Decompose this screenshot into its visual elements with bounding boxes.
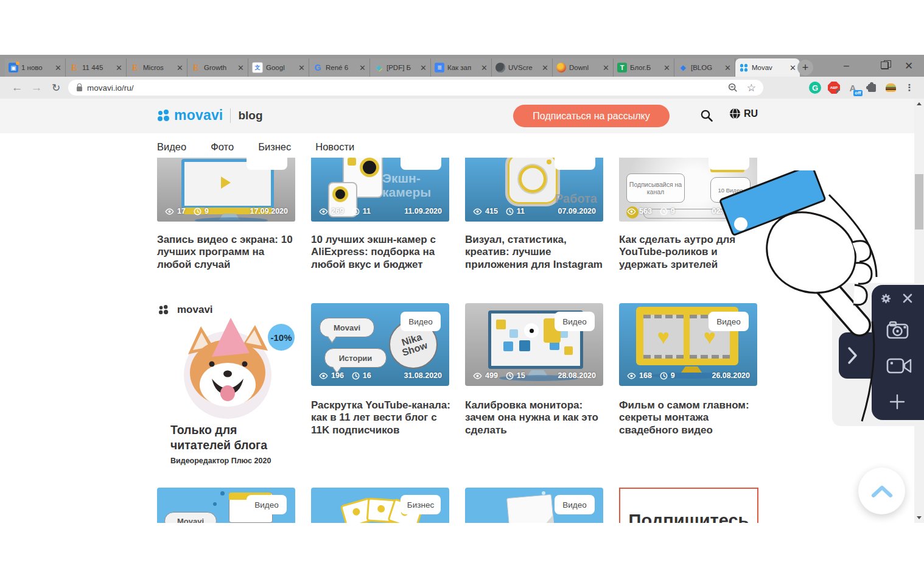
article-title[interactable]: Визуал, статистика, креатив: лучшие прил… [465, 234, 608, 271]
a-extension-icon[interactable]: off [847, 82, 859, 94]
tab-close-icon[interactable]: ✕ [116, 64, 122, 72]
reload-button[interactable]: ↻ [49, 82, 63, 94]
e-favicon [69, 63, 79, 72]
google-favicon [313, 63, 323, 72]
adblock-extension-icon[interactable]: 3 [828, 82, 840, 94]
article-thumbnail[interactable]: Movavi Видео [157, 488, 295, 523]
article-title[interactable]: Раскрутка YouTube-канала: как в 11 лет в… [311, 399, 454, 436]
article-thumbnail[interactable]: ♥ ♥ Видео 168 9 26.08.2020 [619, 303, 757, 386]
tab-close-icon[interactable]: ✕ [789, 64, 796, 72]
tab-close-icon[interactable]: ✕ [420, 64, 427, 72]
category-badge [247, 158, 287, 170]
scrollbar-up-arrow[interactable] [917, 102, 922, 105]
blue-diamond-favicon [678, 63, 688, 72]
tab-close-icon[interactable]: ✕ [177, 64, 183, 72]
newsletter-card[interactable]: Подпишитесь [619, 488, 758, 523]
tab-close-icon[interactable]: ✕ [663, 64, 670, 72]
browser-tab[interactable]: [BLOG✕ [674, 58, 735, 77]
language-switcher[interactable]: RU [729, 108, 758, 119]
browser-tab[interactable]: 11 445✕ [66, 58, 127, 77]
article-stats: 269 11 11.09.2020 [319, 207, 442, 215]
tab-close-icon[interactable]: ✕ [237, 64, 244, 72]
newsletter-title: Подпишитесь [629, 511, 749, 523]
tab-close-icon[interactable]: ✕ [724, 64, 731, 72]
browser-tab[interactable]: Growth✕ [187, 58, 248, 77]
article-date: 17.09.2020 [250, 207, 288, 215]
browser-tab-active[interactable]: Movav✕ [735, 58, 800, 77]
browser-tab[interactable]: Downl✕ [553, 58, 614, 77]
settings-gear-icon[interactable] [880, 293, 892, 304]
browser-tab[interactable]: René 6✕ [309, 58, 370, 77]
category-badge: Бизнес [401, 495, 441, 514]
nav-item-photo[interactable]: Фото [211, 141, 234, 153]
browser-tab[interactable]: UVScre✕ [492, 58, 553, 77]
article-title[interactable]: Как сделать аутро для YouTube-роликов и … [619, 234, 762, 271]
e-favicon [191, 63, 201, 72]
article-stats: 563 9 02.09.2020 [627, 207, 750, 215]
browser-tab[interactable]: Как зап✕ [431, 58, 492, 77]
puzzle-extension-icon[interactable] [866, 82, 878, 94]
add-plus-icon[interactable] [889, 393, 906, 410]
back-button[interactable]: ← [10, 81, 24, 94]
article-thumbnail[interactable]: Работа 415 11 07.09.2020 [465, 158, 603, 222]
tab-close-icon[interactable]: ✕ [55, 64, 61, 72]
burger-extension-icon[interactable] [884, 82, 897, 94]
bookmark-star-icon[interactable]: ☆ [747, 82, 756, 94]
new-tab-button[interactable]: + [797, 60, 813, 75]
article-thumbnail[interactable]: Бизнес [311, 488, 449, 523]
article-thumbnail[interactable]: ••• 17 9 17.09.2020 [157, 158, 295, 222]
globe-icon [729, 108, 741, 119]
article-thumbnail[interactable]: Экшн-камеры 269 11 11.09.2020 [311, 158, 449, 222]
browser-tab[interactable]: 1 ново✕ [5, 58, 66, 77]
article-thumbnail[interactable]: Movavi Истории Nika Show Видео 196 16 31… [311, 303, 449, 386]
article-title[interactable]: 10 лучших экшн-камер с AliExpress: подбо… [311, 234, 454, 271]
article-thumbnail[interactable]: Видео 499 15 28.08.2020 [465, 303, 603, 386]
article-title[interactable]: Фильм о самом главном: секреты монтажа с… [619, 399, 762, 436]
browser-tab[interactable]: Googl✕ [248, 58, 309, 77]
nav-item-video[interactable]: Видео [157, 141, 186, 153]
forward-button[interactable]: → [29, 81, 44, 94]
movavi-clover-icon [158, 304, 169, 315]
scrollbar-thumb[interactable] [915, 174, 923, 229]
scroll-to-top-button[interactable] [858, 468, 905, 514]
article-date: 28.08.2020 [558, 371, 596, 380]
article-title[interactable]: Запись видео с экрана: 10 лучших програм… [157, 234, 300, 271]
promo-movavi-logo: movavi [157, 303, 297, 317]
record-video-icon[interactable] [886, 357, 912, 375]
search-icon[interactable] [700, 109, 713, 125]
capture-panel [872, 285, 924, 420]
window-minimize-button[interactable]: – [844, 55, 862, 77]
nav-item-business[interactable]: Бизнес [258, 141, 291, 153]
read-time-icon [352, 208, 360, 215]
discount-badge: -10% [268, 324, 295, 351]
url-text[interactable]: movavi.io/ru/ [87, 83, 727, 93]
grammarly-extension-icon[interactable] [809, 82, 821, 94]
browser-tab[interactable]: [PDF] Б✕ [370, 58, 431, 77]
secure-lock-icon[interactable] [77, 86, 82, 91]
category-badge [709, 158, 749, 170]
nav-item-news[interactable]: Новости [315, 141, 354, 153]
zoom-icon[interactable] [727, 82, 738, 93]
diamond-favicon [374, 63, 383, 72]
window-restore-button[interactable] [877, 55, 889, 77]
browser-tab[interactable]: Micros✕ [127, 58, 187, 77]
address-bar[interactable]: movavi.io/ru/ ☆ [68, 80, 763, 96]
browser-menu-icon[interactable] [903, 82, 915, 94]
article-thumbnail[interactable]: Видео [465, 488, 603, 523]
tab-close-icon[interactable]: ✕ [298, 64, 305, 72]
category-badge [555, 158, 595, 170]
browser-tab[interactable]: Блог.Б✕ [614, 58, 674, 77]
movavi-logo[interactable]: movavi blog [157, 107, 263, 124]
article-thumbnail[interactable]: Подписывайся на канал 10 Видео 563 9 02.… [619, 158, 757, 222]
tab-close-icon[interactable]: ✕ [481, 64, 488, 72]
tab-close-icon[interactable]: ✕ [542, 64, 548, 72]
tab-close-icon[interactable]: ✕ [359, 64, 366, 72]
scrollbar-down-arrow[interactable] [917, 516, 922, 519]
tab-close-icon[interactable]: ✕ [603, 64, 609, 72]
close-panel-icon[interactable] [902, 293, 913, 304]
article-title[interactable]: Калибровка монитора: зачем она нужна и к… [465, 399, 608, 436]
subscribe-button[interactable]: Подписаться на рассылку [513, 105, 670, 127]
promo-card[interactable]: movavi -10% Только для читателей блога В… [157, 303, 297, 468]
window-close-button[interactable]: ✕ [905, 55, 923, 77]
screenshot-camera-icon[interactable] [886, 320, 911, 340]
